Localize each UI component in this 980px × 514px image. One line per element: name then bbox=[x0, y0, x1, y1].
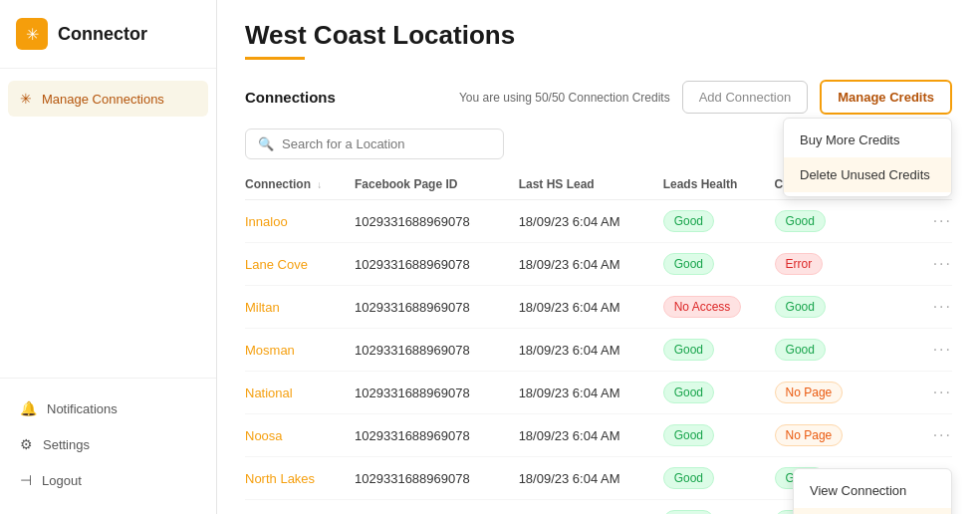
leads-health-badge: Good bbox=[663, 424, 714, 446]
sidebar-item-manage-connections[interactable]: ✳ Manage Connections bbox=[8, 81, 208, 117]
connection-health-badge: Error bbox=[775, 253, 824, 275]
table-row: Miltan 1029331688969078 18/09/23 6:04 AM… bbox=[245, 286, 952, 329]
cell-fb-page-id: 1029331688969078 bbox=[355, 286, 519, 329]
cell-leads-health: Good bbox=[663, 500, 775, 515]
sidebar-item-label: Manage Connections bbox=[42, 92, 164, 107]
table-row: National 1029331688969078 18/09/23 6:04 … bbox=[245, 372, 952, 414]
connection-link[interactable]: National bbox=[245, 386, 293, 400]
credits-dropdown-menu: Buy More Credits Delete Unused Credits bbox=[783, 118, 952, 197]
cell-connection: National bbox=[245, 372, 355, 414]
buy-more-credits-item[interactable]: Buy More Credits bbox=[784, 123, 951, 157]
title-underline bbox=[245, 57, 305, 60]
context-menu: View Connection Remove Connection bbox=[793, 468, 952, 514]
leads-health-badge: Good bbox=[663, 382, 714, 403]
cell-connection: North Lakes bbox=[245, 457, 355, 500]
delete-unused-credits-item[interactable]: Delete Unused Credits bbox=[784, 157, 951, 192]
cell-last-hs-lead: 18/09/23 6:04 AM bbox=[519, 457, 663, 500]
cell-connection: Innaloo bbox=[245, 200, 355, 243]
cell-fb-page-id: 1029331688969078 bbox=[355, 414, 519, 457]
connection-link[interactable]: Lane Cove bbox=[245, 257, 308, 272]
remove-connection-item[interactable]: Remove Connection bbox=[794, 508, 951, 514]
cell-leads-health: Good bbox=[663, 243, 775, 286]
cell-connection-health: Good bbox=[775, 286, 925, 329]
cell-connection: Sippy Downs bbox=[245, 500, 355, 515]
col-facebook-page-id: Facebook Page ID bbox=[355, 169, 519, 200]
logo-icon: ✳ bbox=[16, 18, 48, 50]
sidebar-item-logout[interactable]: ⊣ Logout bbox=[8, 462, 208, 498]
cell-leads-health: Good bbox=[663, 414, 775, 457]
leads-health-badge: Good bbox=[663, 339, 714, 361]
sidebar-item-settings[interactable]: ⚙ Settings bbox=[8, 426, 208, 462]
connection-link[interactable]: Mosman bbox=[245, 343, 295, 358]
credits-text: You are using 50/50 Connection Credits bbox=[459, 91, 670, 105]
cell-fb-page-id: 1029331688969078 bbox=[355, 329, 519, 372]
cell-last-hs-lead: 18/09/23 6:04 AM bbox=[519, 200, 663, 243]
connection-health-badge: No Page bbox=[775, 424, 844, 446]
sidebar-logout-label: Logout bbox=[42, 473, 82, 488]
sidebar-nav: ✳ Manage Connections bbox=[0, 69, 216, 378]
search-input[interactable] bbox=[282, 136, 491, 151]
table-row: Innaloo 1029331688969078 18/09/23 6:04 A… bbox=[245, 200, 952, 243]
connection-link[interactable]: North Lakes bbox=[245, 471, 315, 486]
logout-icon: ⊣ bbox=[20, 472, 32, 488]
cell-leads-health: Good bbox=[663, 329, 775, 372]
cell-leads-health: Good bbox=[663, 457, 775, 500]
row-actions[interactable]: ··· bbox=[924, 372, 952, 414]
connection-link[interactable]: Miltan bbox=[245, 300, 280, 315]
cell-connection: Noosa bbox=[245, 414, 355, 457]
table-row: Noosa 1029331688969078 18/09/23 6:04 AM … bbox=[245, 414, 952, 457]
table-body: Innaloo 1029331688969078 18/09/23 6:04 A… bbox=[245, 200, 952, 515]
leads-health-badge: No Access bbox=[663, 296, 742, 318]
col-leads-health: Leads Health bbox=[663, 169, 775, 200]
cell-leads-health: Good bbox=[663, 372, 775, 414]
cell-fb-page-id: 1029331688969078 bbox=[355, 457, 519, 500]
cell-connection-health: Good bbox=[775, 329, 925, 372]
cell-last-hs-lead: 18/09/23 6:04 AM bbox=[519, 414, 663, 457]
manage-credits-button[interactable]: Manage Credits bbox=[820, 80, 952, 115]
leads-health-badge: Good bbox=[663, 210, 714, 232]
row-actions[interactable]: ··· bbox=[924, 200, 952, 243]
connection-link[interactable]: Innaloo bbox=[245, 214, 288, 229]
app-title: Connector bbox=[58, 24, 147, 45]
notifications-icon: 🔔 bbox=[20, 400, 37, 416]
connection-health-badge: Good bbox=[775, 210, 826, 232]
settings-icon: ⚙ bbox=[20, 436, 33, 452]
table-row: Mosman 1029331688969078 18/09/23 6:04 AM… bbox=[245, 329, 952, 372]
manage-credits-wrapper: Manage Credits Buy More Credits Delete U… bbox=[820, 80, 952, 115]
cell-connection-health: Error bbox=[775, 243, 925, 286]
cell-fb-page-id: 1029331688969078 bbox=[355, 372, 519, 414]
sort-icon: ↓ bbox=[317, 179, 322, 190]
row-actions[interactable]: ··· bbox=[924, 286, 952, 329]
leads-health-badge: Good bbox=[663, 510, 714, 514]
main-header: West Coast Locations bbox=[217, 0, 980, 80]
sidebar-notifications-label: Notifications bbox=[47, 401, 118, 416]
sidebar-bottom: 🔔 Notifications ⚙ Settings ⊣ Logout bbox=[0, 378, 216, 514]
cell-connection: Miltan bbox=[245, 286, 355, 329]
cell-last-hs-lead: 18/09/23 6:04 AM bbox=[519, 500, 663, 515]
add-connection-button[interactable]: Add Connection bbox=[682, 81, 809, 114]
leads-health-badge: Good bbox=[663, 253, 714, 275]
cell-last-hs-lead: 18/09/23 6:04 AM bbox=[519, 286, 663, 329]
sidebar-settings-label: Settings bbox=[43, 437, 90, 452]
row-actions[interactable]: ··· bbox=[924, 329, 952, 372]
table-container: Connection ↓ Facebook Page ID Last HS Le… bbox=[217, 169, 980, 514]
row-actions[interactable]: ··· bbox=[924, 414, 952, 457]
cell-leads-health: Good bbox=[663, 200, 775, 243]
toolbar: Connections You are using 50/50 Connecti… bbox=[217, 80, 980, 115]
leads-health-badge: Good bbox=[663, 467, 714, 489]
cell-last-hs-lead: 18/09/23 6:04 AM bbox=[519, 329, 663, 372]
page-title: West Coast Locations bbox=[245, 20, 952, 51]
cell-last-hs-lead: 18/09/23 6:04 AM bbox=[519, 372, 663, 414]
cell-connection: Lane Cove bbox=[245, 243, 355, 286]
cell-connection-health: No Page bbox=[775, 372, 925, 414]
table-row: Lane Cove 1029331688969078 18/09/23 6:04… bbox=[245, 243, 952, 286]
connection-link[interactable]: Noosa bbox=[245, 428, 283, 443]
view-connection-item[interactable]: View Connection bbox=[794, 473, 951, 508]
cell-connection: Mosman bbox=[245, 329, 355, 372]
search-wrapper: 🔍 bbox=[245, 128, 504, 159]
row-actions[interactable]: ··· bbox=[924, 243, 952, 286]
sidebar-item-notifications[interactable]: 🔔 Notifications bbox=[8, 390, 208, 426]
cell-last-hs-lead: 18/09/23 6:04 AM bbox=[519, 243, 663, 286]
col-connection: Connection ↓ bbox=[245, 169, 355, 200]
search-icon: 🔍 bbox=[258, 136, 274, 151]
